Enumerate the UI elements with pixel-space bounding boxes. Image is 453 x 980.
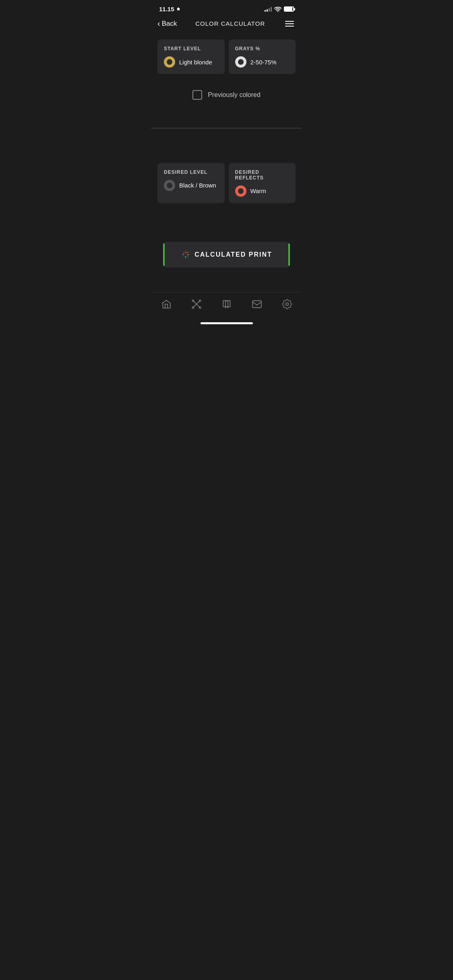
chevron-left-icon: ‹ <box>157 19 160 28</box>
tools-icon <box>191 299 202 309</box>
nav-bar: ‹ Back COLOR CALCULATOR <box>151 16 302 33</box>
menu-button[interactable] <box>283 19 296 28</box>
desired-level-card[interactable]: DESIRED LEVEL Black / Brown <box>157 163 225 203</box>
wifi-icon <box>274 6 281 12</box>
svg-marker-8 <box>183 251 185 253</box>
bottom-card-grid: DESIRED LEVEL Black / Brown DESIRED REFL… <box>157 163 296 203</box>
previously-colored-area: Previously colored <box>157 82 296 109</box>
svg-point-17 <box>285 303 288 306</box>
location-icon <box>176 7 181 12</box>
section-divider <box>151 128 302 128</box>
menu-icon <box>285 26 294 27</box>
svg-marker-5 <box>186 251 188 253</box>
flex-spacer <box>151 280 302 292</box>
spacer-top <box>157 147 296 163</box>
desired-reflects-text: Warm <box>250 187 266 194</box>
calculated-print-wrapper: CALCULATED PRINT <box>157 235 296 274</box>
tab-settings[interactable] <box>277 297 297 311</box>
grays-text: 2-50-75% <box>250 59 277 66</box>
tab-tools[interactable] <box>186 297 207 311</box>
svg-marker-1 <box>185 251 186 253</box>
calculated-print-button[interactable]: CALCULATED PRINT <box>164 242 289 268</box>
svg-point-9 <box>185 253 187 255</box>
start-level-label: START LEVEL <box>164 46 218 51</box>
home-icon <box>161 299 172 309</box>
svg-point-0 <box>277 11 278 12</box>
status-time: 11.15 <box>159 6 181 12</box>
previously-colored-checkbox[interactable] <box>192 90 202 100</box>
battery-icon <box>284 6 294 12</box>
settings-icon <box>282 299 292 309</box>
status-bar: 11.15 <box>151 0 302 16</box>
grays-value: 2-50-75% <box>235 56 290 68</box>
back-button[interactable]: ‹ Back <box>157 19 177 28</box>
desired-level-label: DESIRED LEVEL <box>164 169 218 175</box>
signal-icon <box>265 7 272 12</box>
tab-mail[interactable] <box>247 297 267 311</box>
book-icon <box>221 299 232 309</box>
page-title: COLOR CALCULATOR <box>195 20 265 27</box>
svg-marker-6 <box>187 255 189 257</box>
tab-book[interactable] <box>217 297 237 311</box>
color-wheel-icon <box>181 250 190 259</box>
svg-marker-2 <box>187 254 190 255</box>
desired-reflects-label: DESIRED REFLECTS <box>235 169 290 181</box>
svg-marker-7 <box>183 256 185 257</box>
previously-colored-label: Previously colored <box>208 91 261 99</box>
grays-dot-inner <box>238 59 244 65</box>
desired-level-dot <box>164 180 175 191</box>
desired-reflects-card[interactable]: DESIRED REFLECTS Warm <box>229 163 296 203</box>
desired-reflects-dot-inner <box>238 188 244 194</box>
grays-percent-card[interactable]: GRAYS % 2-50-75% <box>229 39 296 74</box>
tab-bar <box>151 292 302 319</box>
svg-marker-4 <box>182 254 184 255</box>
main-content: START LEVEL Light blonde GRAYS % 2-50-75… <box>151 33 302 128</box>
spacer-bottom <box>157 211 296 235</box>
mail-icon <box>252 299 262 309</box>
tab-home[interactable] <box>156 297 176 311</box>
desired-reflects-value: Warm <box>235 185 290 197</box>
start-level-card[interactable]: START LEVEL Light blonde <box>157 39 225 74</box>
top-card-grid: START LEVEL Light blonde GRAYS % 2-50-75… <box>157 39 296 74</box>
start-level-dot <box>164 56 175 68</box>
calculated-print-label: CALCULATED PRINT <box>194 251 272 258</box>
svg-marker-3 <box>185 256 186 259</box>
start-level-text: Light blonde <box>179 59 212 66</box>
desired-level-text: Black / Brown <box>179 182 216 189</box>
status-indicators <box>265 6 294 12</box>
desired-level-dot-inner <box>167 183 172 188</box>
desired-level-value: Black / Brown <box>164 180 218 191</box>
grays-dot <box>235 56 246 68</box>
start-level-value: Light blonde <box>164 56 218 68</box>
start-level-dot-inner <box>167 59 172 65</box>
back-label: Back <box>162 20 177 28</box>
svg-rect-16 <box>252 301 261 307</box>
time-display: 11.15 <box>159 6 174 12</box>
home-indicator <box>201 322 253 324</box>
menu-icon <box>285 23 294 24</box>
desired-section: DESIRED LEVEL Black / Brown DESIRED REFL… <box>151 140 302 280</box>
menu-icon <box>285 21 294 22</box>
desired-reflects-dot <box>235 185 246 197</box>
grays-label: GRAYS % <box>235 46 290 51</box>
